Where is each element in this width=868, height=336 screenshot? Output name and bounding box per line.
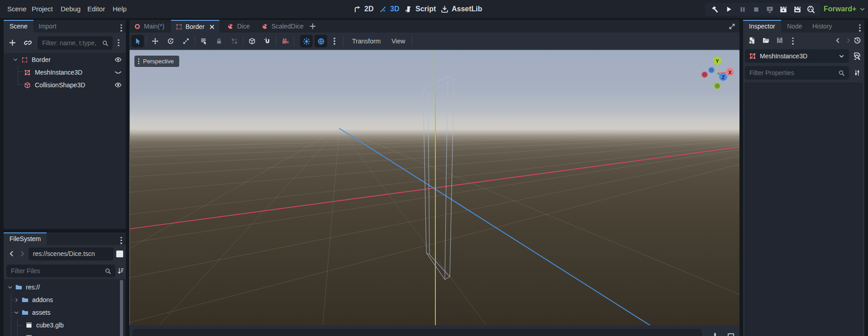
edited-object-button[interactable]: MeshInstance3D: [745, 49, 849, 63]
tab-history[interactable]: History: [806, 20, 838, 33]
menu-editor[interactable]: Editor: [86, 0, 106, 18]
tab-scene[interactable]: Scene: [4, 20, 33, 33]
rotate-mode-button[interactable]: [164, 35, 177, 47]
lock-node-button[interactable]: [213, 35, 225, 47]
transform-menu[interactable]: Transform: [346, 38, 387, 45]
toggle-split-mode-button[interactable]: [114, 250, 126, 258]
preview-settings-menu-icon[interactable]: [334, 36, 335, 46]
scrollbar[interactable]: [120, 280, 123, 336]
load-resource-button[interactable]: [760, 35, 771, 46]
projection-menu-button[interactable]: Perspective: [134, 56, 179, 67]
distraction-free-button[interactable]: [727, 21, 737, 31]
close-icon[interactable]: [209, 24, 215, 30]
preview-sun-button[interactable]: [300, 35, 313, 47]
chevron-left-icon: [9, 251, 15, 257]
scene-dock-menu-icon[interactable]: [120, 23, 122, 33]
scene-tab-border[interactable]: Border: [171, 20, 219, 33]
collapse-icon[interactable]: [12, 57, 19, 63]
history-back-button[interactable]: [6, 251, 17, 257]
stop-button[interactable]: [751, 5, 761, 14]
file-row-addons[interactable]: addons: [4, 293, 126, 306]
toolbar-separator: [146, 36, 147, 46]
play-scene-button[interactable]: [778, 5, 788, 14]
preview-camera-button[interactable]: [279, 35, 291, 47]
preview-environment-button[interactable]: [315, 35, 327, 47]
play-custom-scene-button[interactable]: [792, 5, 802, 14]
view-menu[interactable]: View: [387, 38, 410, 45]
file-row-assets[interactable]: assets: [4, 306, 126, 319]
file-row-res[interactable]: res://: [4, 281, 126, 293]
play-icon: [725, 5, 733, 13]
property-tools-button[interactable]: [852, 67, 863, 78]
menu-debug[interactable]: Debug: [60, 0, 81, 18]
current-path-field[interactable]: [29, 247, 114, 260]
search-icon: [838, 70, 845, 76]
output-filter-field[interactable]: [133, 329, 702, 336]
filter-properties-input[interactable]: [745, 66, 849, 80]
scene-tab-dice[interactable]: Dice: [223, 20, 254, 33]
movie-maker-button[interactable]: [806, 5, 816, 14]
local-space-button[interactable]: [246, 35, 258, 47]
collapse-icon[interactable]: [7, 284, 13, 290]
visibility-visible-icon[interactable]: [114, 56, 122, 63]
build-button[interactable]: [710, 5, 720, 14]
context-3d-button[interactable]: 3D: [379, 0, 399, 18]
camera-icon: [281, 38, 289, 45]
context-script-button[interactable]: Script: [405, 0, 436, 18]
file-tree: res:// addons assets cube3.glb: [4, 279, 126, 336]
list-select-button[interactable]: [197, 35, 210, 47]
inspector-dock-menu-icon[interactable]: [859, 23, 861, 33]
move-mode-button[interactable]: [149, 35, 162, 47]
visibility-hidden-icon[interactable]: [114, 69, 122, 76]
scene-tab-main[interactable]: Main(*): [129, 20, 169, 33]
filesystem-nav-bar: [4, 245, 126, 262]
3d-viewport[interactable]: Y X Z Perspective: [129, 50, 739, 325]
file-sort-button[interactable]: [115, 267, 126, 274]
new-resource-button[interactable]: [746, 35, 757, 46]
collapse-icon[interactable]: [14, 310, 19, 316]
tree-row-border[interactable]: Border: [4, 53, 126, 66]
file-row-partial[interactable]: [4, 331, 126, 336]
context-assetlib-button[interactable]: AssetLib: [441, 0, 482, 18]
context-2d-button[interactable]: 2D: [353, 0, 373, 18]
scene-tree-menu-icon[interactable]: [118, 38, 119, 47]
assetlib-icon: [441, 5, 448, 13]
pause-button[interactable]: [738, 5, 748, 14]
remote-debug-button[interactable]: [765, 5, 775, 14]
filesystem-dock-menu-icon[interactable]: [120, 236, 122, 245]
play-button[interactable]: [724, 5, 734, 14]
environment-globe-icon: [317, 38, 325, 45]
tab-inspector[interactable]: Inspector: [743, 20, 781, 33]
tree-row-collisionshape[interactable]: CollisionShape3D: [4, 79, 126, 91]
new-scene-tab-button[interactable]: [308, 21, 318, 31]
instance-scene-button[interactable]: [21, 39, 34, 47]
expand-icon[interactable]: [14, 297, 19, 303]
distance-fog: [130, 112, 739, 142]
inspector-back-button[interactable]: [833, 35, 843, 46]
visibility-visible-icon[interactable]: [114, 81, 122, 89]
file-row-cube3[interactable]: cube3.glb: [4, 319, 126, 331]
group-node-button[interactable]: [228, 35, 241, 47]
tab-import[interactable]: Import: [33, 20, 62, 33]
tab-node[interactable]: Node: [781, 20, 808, 33]
renderer-select[interactable]: Forward+: [824, 0, 866, 18]
inspector-history-button[interactable]: [852, 35, 863, 46]
menu-help[interactable]: Help: [112, 0, 128, 18]
expand-icon: [729, 23, 735, 30]
save-resource-button[interactable]: [774, 35, 785, 46]
scene-tab-scaleddice[interactable]: ScaledDice: [257, 20, 308, 33]
tab-filesystem[interactable]: FileSystem: [4, 232, 47, 245]
filter-files-input[interactable]: [6, 265, 115, 277]
tree-row-meshinstance[interactable]: MeshInstance3D: [4, 66, 126, 79]
history-forward-button[interactable]: [17, 251, 27, 257]
add-node-button[interactable]: [4, 39, 21, 47]
chevron-down-icon: [838, 53, 845, 60]
open-docs-button[interactable]: [852, 51, 863, 62]
resource-menu-icon[interactable]: [792, 36, 794, 46]
menu-project[interactable]: Project: [31, 0, 54, 18]
bottom-panel: [129, 325, 739, 336]
select-mode-button[interactable]: [131, 35, 144, 47]
menu-scene[interactable]: Scene: [6, 0, 28, 18]
snap-button[interactable]: [261, 35, 274, 47]
scale-mode-button[interactable]: [180, 35, 192, 47]
